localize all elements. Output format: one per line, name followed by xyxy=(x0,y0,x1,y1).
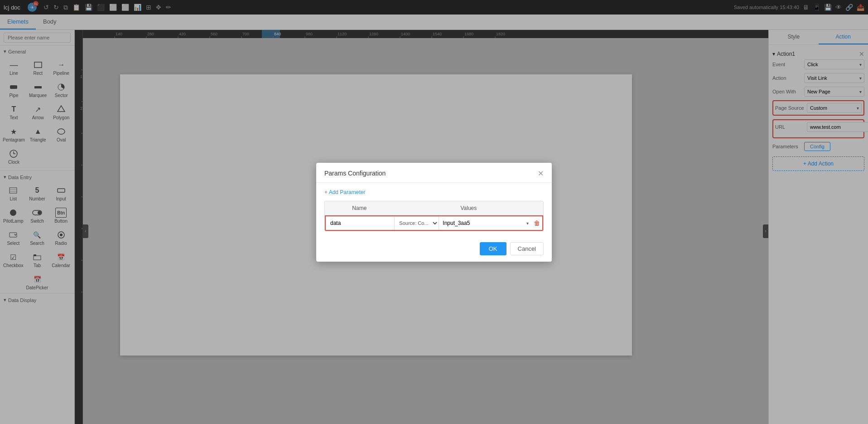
col-name: Name xyxy=(325,201,394,215)
col-values: Values xyxy=(394,201,543,215)
param-name-input[interactable] xyxy=(326,216,394,230)
add-parameter-button[interactable]: + Add Parameter xyxy=(324,189,365,195)
param-value-area: Source: Co... Input_3aa5 xyxy=(394,216,531,230)
modal-close-button[interactable]: ✕ xyxy=(538,169,544,178)
modal-header: Params Configuration ✕ xyxy=(316,163,552,183)
source-select[interactable]: Source: Co... xyxy=(395,216,439,230)
modal-overlay[interactable]: Params Configuration ✕ + Add Parameter N… xyxy=(0,0,868,424)
params-table: Name Values Source: Co... Input_3aa5 xyxy=(324,201,544,231)
delete-param-button[interactable]: 🗑 xyxy=(531,218,542,229)
modal-footer: OK Cancel xyxy=(316,238,552,262)
ok-button[interactable]: OK xyxy=(480,242,506,255)
params-table-header: Name Values xyxy=(325,201,543,215)
modal-body: + Add Parameter Name Values Source: Co..… xyxy=(316,183,552,238)
params-table-row: Source: Co... Input_3aa5 🗑 xyxy=(325,215,543,231)
value-select-wrapper: Input_3aa5 xyxy=(439,216,531,230)
cancel-button[interactable]: Cancel xyxy=(510,242,544,255)
modal-title: Params Configuration xyxy=(324,170,386,177)
params-config-modal: Params Configuration ✕ + Add Parameter N… xyxy=(316,163,552,262)
value-select[interactable]: Input_3aa5 xyxy=(439,216,531,230)
